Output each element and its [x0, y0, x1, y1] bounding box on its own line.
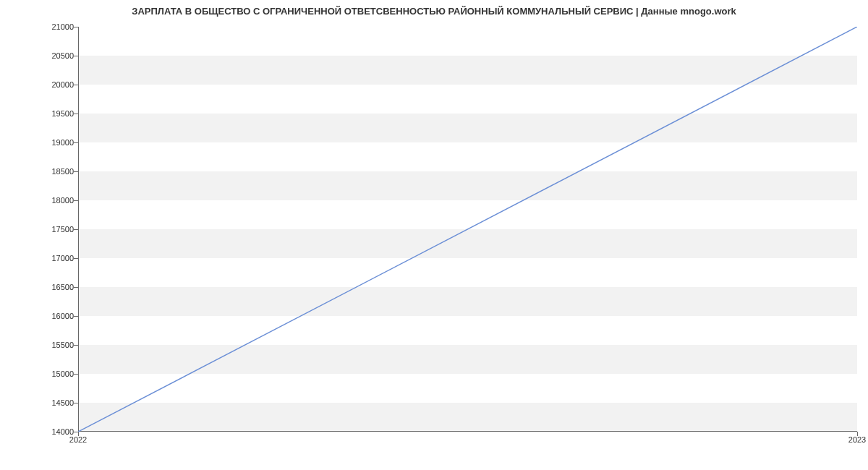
y-tick-label: 19500 — [51, 109, 74, 118]
y-tick — [74, 258, 78, 259]
y-tick — [74, 229, 78, 230]
y-tick — [74, 316, 78, 317]
grid-band — [78, 56, 857, 85]
y-tick — [74, 56, 78, 56]
y-tick-label: 16500 — [51, 283, 74, 291]
y-tick — [74, 287, 78, 288]
plot-area — [78, 27, 857, 432]
x-tick-label: 2023 — [848, 435, 866, 444]
y-tick — [74, 345, 78, 346]
grid-band — [78, 229, 857, 258]
y-tick — [74, 114, 78, 114]
y-tick-label: 18000 — [51, 196, 74, 205]
y-tick-label: 17500 — [51, 225, 74, 234]
y-axis-line — [78, 27, 79, 432]
x-axis-line — [78, 431, 857, 432]
y-tick-label: 19000 — [51, 138, 74, 147]
y-tick — [74, 85, 78, 85]
grid-band — [78, 114, 857, 142]
x-tick-label: 2022 — [69, 435, 87, 444]
y-tick-label: 16000 — [51, 312, 74, 320]
y-tick-label: 15500 — [51, 341, 74, 349]
grid-band — [78, 171, 857, 200]
y-tick — [74, 374, 78, 375]
y-tick — [74, 171, 78, 172]
chart-container: ЗАРПЛАТА В ОБЩЕСТВО С ОГРАНИЧЕННОЙ ОТВЕТ… — [0, 0, 868, 470]
grid-band — [78, 403, 857, 432]
y-tick — [74, 403, 78, 403]
y-tick — [74, 27, 78, 27]
y-tick-label: 15000 — [51, 369, 74, 378]
y-tick-label: 21000 — [51, 22, 74, 31]
y-tick — [74, 142, 78, 143]
y-tick-label: 20500 — [51, 51, 74, 60]
y-tick-label: 14500 — [51, 398, 74, 407]
chart-title: ЗАРПЛАТА В ОБЩЕСТВО С ОГРАНИЧЕННОЙ ОТВЕТ… — [0, 0, 868, 20]
grid-band — [78, 345, 857, 374]
y-tick-label: 17000 — [51, 254, 74, 262]
y-tick-label: 18500 — [51, 167, 74, 176]
y-tick — [74, 200, 78, 201]
y-tick-label: 20000 — [51, 80, 74, 89]
grid-band — [78, 287, 857, 316]
